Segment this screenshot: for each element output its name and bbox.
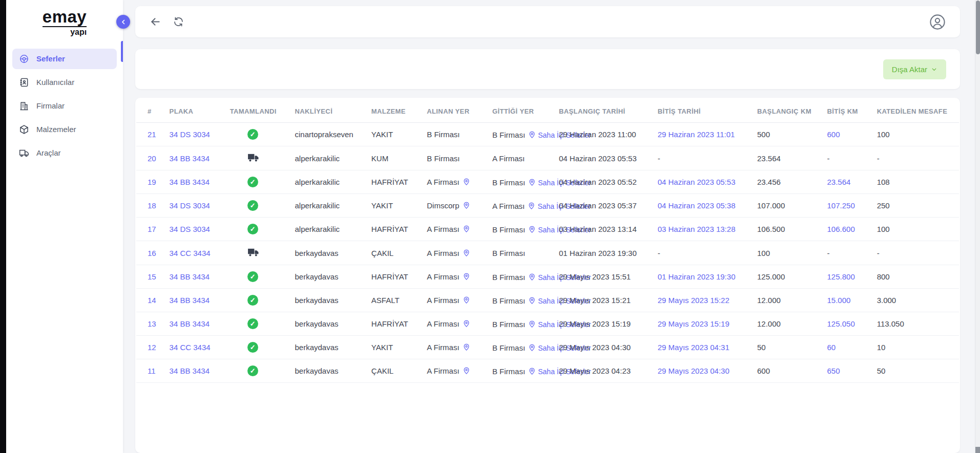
sidebar-item-araclar[interactable]: Araçlar [12,143,117,163]
trip-id-link[interactable]: 12 [148,343,156,352]
vertical-scrollbar[interactable] [975,0,980,453]
location-pin-icon[interactable] [528,320,536,328]
origin-name: A Firması [427,343,459,352]
trip-id-link[interactable]: 17 [148,225,156,233]
end-date-link[interactable]: 03 Haziran 2023 13:28 [658,225,736,233]
plate-link[interactable]: 34 BB 3434 [170,319,210,328]
check-glyph: ✓ [250,367,256,375]
distance-value: - [877,249,880,257]
location-pin-icon[interactable] [463,343,470,351]
material-name: YAKIT [371,343,393,352]
sidebar-nav: Seferler Kullanıcılar Firmalar Malzemele… [6,47,123,165]
trip-id-link[interactable]: 13 [148,319,156,328]
plate-link[interactable]: 34 DS 3034 [170,130,210,139]
plate-link[interactable]: 34 BB 3434 [170,366,210,375]
refresh-button[interactable] [172,15,185,28]
plate-link[interactable]: 34 CC 3434 [170,343,211,352]
end-date-link[interactable]: 04 Haziran 2023 05:38 [658,201,736,210]
end-km-link[interactable]: 106.600 [827,225,855,233]
column-header-bitis-tarihi: BİTİŞ TARİHİ [653,98,752,123]
end-date-link[interactable]: 29 Mayıs 2023 15:22 [658,296,729,305]
trip-id-link[interactable]: 19 [148,178,156,186]
plate-link[interactable]: 34 DS 3034 [170,201,210,210]
start-date: 03 Haziran 2023 13:14 [559,225,637,233]
end-km-link[interactable]: 125.800 [827,272,855,281]
carrier-name: alperkarakilic [295,154,340,163]
trip-id-link[interactable]: 21 [148,130,156,139]
sidebar-item-kullanicilar[interactable]: Kullanıcılar [12,72,117,93]
trip-id-link[interactable]: 16 [148,249,156,257]
back-button[interactable] [149,15,162,29]
location-pin-icon[interactable] [528,179,536,186]
user-avatar-button[interactable] [928,13,947,31]
sidebar-item-firmalar[interactable]: Firmalar [12,96,117,116]
end-km-link[interactable]: 600 [827,130,840,139]
export-button[interactable]: Dışa Aktar [883,59,946,79]
plate-link[interactable]: 34 DS 3034 [170,225,210,233]
end-date-link[interactable]: 04 Haziran 2023 05:53 [658,178,736,186]
end-date-link[interactable]: 29 Mayıs 2023 15:19 [658,319,729,328]
trip-id-link[interactable]: 18 [148,201,156,210]
location-pin-icon[interactable] [463,273,470,281]
sidebar-item-malzemeler[interactable]: Malzemeler [12,119,117,140]
sidebar-item-label: Seferler [36,54,65,63]
end-date-link[interactable]: 29 Mayıs 2023 04:31 [658,343,729,352]
location-pin-icon[interactable] [463,225,470,233]
trip-id-link[interactable]: 14 [148,296,156,305]
end-date-link: - [658,249,660,257]
column-header-gittigi-yer: GİTTİĞİ YER [487,98,554,123]
location-pin-icon[interactable] [463,320,470,328]
distance-value: 100 [877,225,890,233]
location-pin-icon[interactable] [528,368,536,375]
scrollbar-thumb[interactable] [976,1,980,54]
location-pin-icon[interactable] [528,202,535,210]
check-glyph: ✓ [250,178,256,186]
table-row: 16 34 CC 3434 berkaydavas ÇAKIL A Firmas… [136,241,959,265]
trip-id-link[interactable]: 11 [148,366,156,375]
location-pin-icon[interactable] [463,178,470,186]
end-date-link[interactable]: 29 Mayıs 2023 04:30 [658,366,729,375]
location-pin-icon[interactable] [463,367,470,375]
location-pin-icon[interactable] [528,297,536,305]
plate-link[interactable]: 34 BB 3434 [170,272,210,281]
location-pin-icon[interactable] [463,296,470,304]
app-logo: emay yapı [6,8,123,37]
destination-name: B Firması [492,367,525,376]
column-header-tamamlandi: TAMAMLANDI [225,98,290,123]
sidebar-collapse-button[interactable] [116,15,130,29]
destination-name: B Firması [492,320,525,329]
location-pin-icon[interactable] [463,249,470,257]
trip-id-link[interactable]: 15 [148,272,156,281]
location-pin-icon[interactable] [528,273,536,281]
end-date-link[interactable]: 29 Haziran 2023 11:01 [658,130,735,139]
end-km-link[interactable]: 23.564 [827,178,851,186]
distance-value: 100 [877,130,890,139]
plate-link[interactable]: 34 BB 3434 [170,154,210,163]
plate-link[interactable]: 34 BB 3434 [170,296,210,305]
table-row: 19 34 BB 3434 ✓ alperkarakilic HAFRİYAT … [136,170,959,194]
distance-value: 3.000 [877,296,896,305]
start-km: 600 [757,366,770,375]
table-row: 15 34 BB 3434 ✓ berkaydavas HAFRİYAT A F… [136,265,959,289]
sidebar-item-label: Araçlar [36,148,61,157]
end-km-link[interactable]: 60 [827,343,836,352]
location-pin-icon[interactable] [528,226,536,233]
carrier-name: alperkarakilic [295,201,340,210]
end-km-link[interactable]: 125.050 [827,319,855,328]
location-pin-icon[interactable] [528,131,536,139]
location-pin-icon[interactable] [528,344,536,352]
end-date-link[interactable]: 01 Haziran 2023 19:30 [658,272,736,281]
distance-value: 113.050 [877,319,904,328]
location-pin-icon[interactable] [463,202,470,209]
plate-link[interactable]: 34 BB 3434 [170,178,210,186]
sidebar-item-seferler[interactable]: Seferler [12,49,117,69]
plate-link[interactable]: 34 CC 3434 [170,249,211,257]
carrier-name: berkaydavas [295,249,338,257]
trip-id-link[interactable]: 20 [148,154,156,163]
table-row: 20 34 BB 3434 alperkarakilic KUM B Firma… [136,146,959,170]
column-header-baslangic-km: BAŞLANGIÇ KM [752,98,822,123]
end-km-link[interactable]: 15.000 [827,296,851,305]
end-km-link[interactable]: 107.250 [827,201,855,210]
start-date: 29 Haziran 2023 11:00 [559,130,636,139]
end-km-link[interactable]: 650 [827,366,840,375]
